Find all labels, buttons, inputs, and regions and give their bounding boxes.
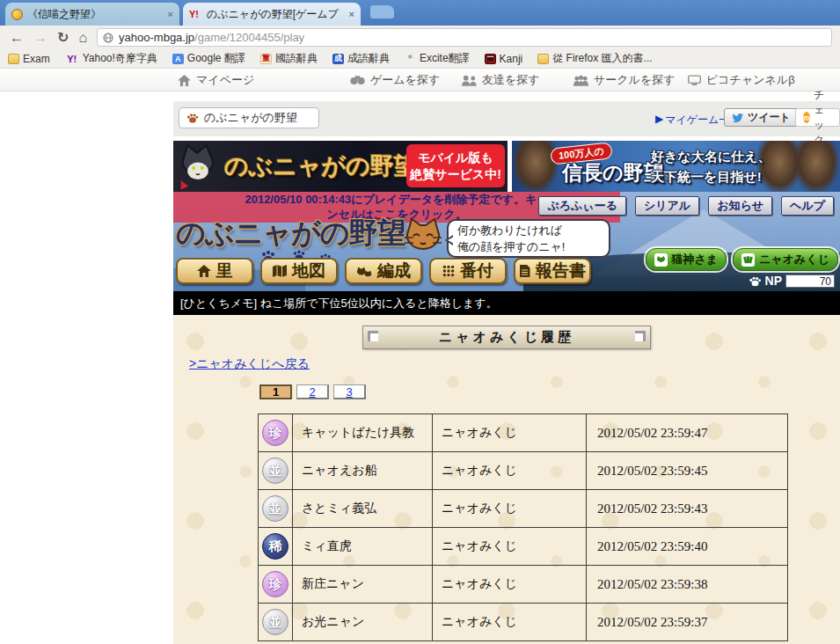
nav-find-games[interactable]: ゲームを探す (350, 72, 440, 88)
game-title-box[interactable]: のぶニャがの野望 (179, 107, 319, 128)
profile-button[interactable]: ぷろふぃーる (538, 196, 626, 216)
rarity-badge: 並 (262, 609, 289, 635)
name-cell: ニャオえお船 (293, 452, 433, 490)
game-header-bar: のぶニャがの野望 ▶ マイゲーム一覧 ツイート m チェック (173, 101, 840, 136)
speech-line: 俺の顔を押すのニャ! (457, 238, 609, 256)
map-button[interactable]: 地図 (260, 258, 338, 284)
mixi-icon: m (803, 112, 810, 123)
portal-nav: マイページ ゲームを探す 友達を探す サークルを探す ピコチャンネルβ (0, 69, 840, 91)
type-cell: ニャオみくじ (433, 604, 587, 641)
group-icon (573, 75, 588, 86)
rarity-badge: 珍 (262, 571, 289, 597)
side-button-label: 猫神さま (672, 252, 719, 267)
time-cell: 2012/05/02 23:59:47 (587, 414, 788, 452)
document-icon (519, 265, 530, 277)
name-cell: キャットばたけ具教 (293, 414, 433, 452)
table-row: 並 さとミィ義弘 ニャオみくじ 2012/05/02 23:59:43 (259, 490, 788, 528)
type-cell: ニャオみくじ (433, 414, 587, 452)
tab-title: 《信喵之野望》 (27, 7, 164, 22)
memo-text: [ひとくちメモ] ねこ場所で下位5位以内に入ると降格します。 (180, 296, 498, 311)
reload-icon[interactable]: ↻ (57, 31, 69, 45)
page-1-button[interactable]: 1 (259, 384, 292, 399)
help-button[interactable]: ヘルプ (781, 196, 834, 216)
table-row: 稀 ミィ直虎 ニャオみくじ 2012/05/02 23:59:40 (259, 528, 788, 566)
speech-line: 何か教わりたければ (457, 222, 609, 239)
nav-button-label: 里 (216, 260, 233, 282)
bookmark-firefox-import[interactable]: 從 Firefox 匯入的書... (537, 51, 652, 66)
samurai-face-art (514, 141, 558, 192)
cat-helper-button[interactable] (403, 216, 443, 257)
rarity-cell: 珍 (259, 566, 293, 604)
house-icon (197, 265, 211, 277)
mikuji-history-page: ニャオみくじ履歴 >ニャオみくじへ戻る 1 2 3 珍 キャットばたけ具教 ニャ… (173, 315, 840, 644)
nekogami-button[interactable]: 猫神さま (646, 248, 727, 271)
side-button-label: ニャオみくじ (759, 252, 829, 267)
mixi-check-button[interactable]: m チェック (795, 108, 840, 127)
game-favicon (11, 9, 23, 20)
section-title: ニャオみくじ履歴 (439, 329, 574, 346)
globe-icon (103, 33, 113, 43)
bookmark-excite-translate[interactable]: *Excite翻譯 (405, 51, 470, 66)
bookmark-seigo-dict[interactable]: 成成語辭典 (332, 51, 390, 66)
serial-button[interactable]: シリアル (635, 196, 699, 216)
forward-icon[interactable]: → (33, 31, 47, 45)
type-cell: ニャオみくじ (433, 452, 587, 490)
browser-toolbar: ← → ↻ ⌂ yahoo-mbga.jp/game/12004455/play (0, 26, 840, 49)
report-button[interactable]: 報告書 (514, 258, 591, 284)
bookmark-kanji[interactable]: Kanji (485, 53, 523, 65)
nav-label: ピコチャンネルβ (706, 72, 795, 88)
translate-icon: A (172, 54, 184, 64)
banner-mobile-version[interactable]: のぶニャがの野望 モバイル版も 絶賛サービス中! (173, 141, 508, 192)
nav-find-friends[interactable]: 友達を探す (462, 72, 540, 88)
tweet-button[interactable]: ツイート (724, 108, 799, 127)
back-icon[interactable]: ← (10, 31, 24, 45)
url-path: /game/12004455/play (194, 31, 304, 44)
bookmark-kokugo-dict[interactable]: 重國語辭典 (260, 51, 318, 66)
page-3-button[interactable]: 3 (333, 384, 366, 399)
new-tab-button[interactable] (370, 5, 394, 18)
tab-close-icon[interactable]: × (168, 9, 173, 19)
formation-button[interactable]: 編成 (345, 258, 422, 284)
corner-ornament (635, 331, 646, 341)
bookmark-label: 成語辭典 (347, 51, 390, 66)
village-button[interactable]: 里 (176, 258, 253, 284)
tab-nobunyaga-no-yabou[interactable]: Y! のぶニャがの野望[ゲームプ × (183, 3, 361, 26)
excite-icon: * (405, 54, 416, 64)
name-cell: ミィ直虎 (293, 528, 433, 566)
nav-pico-channel[interactable]: ピコチャンネルβ (688, 72, 795, 88)
bookmark-exam[interactable]: Exam (8, 53, 50, 65)
kanji-app-icon (485, 54, 496, 64)
cat-god-icon (654, 253, 668, 267)
back-to-mikuji-link[interactable]: >ニャオみくじへ戻る (189, 356, 310, 372)
bookmark-google-translate[interactable]: AGoogle 翻譯 (172, 51, 245, 66)
time-cell: 2012/05/02 23:59:38 (587, 566, 788, 604)
binoculars-icon (350, 75, 365, 85)
nav-button-label: 編成 (377, 260, 411, 282)
np-value: 70 (785, 274, 835, 288)
np-label: NP (765, 274, 782, 288)
samurai-cat-icon (175, 143, 221, 192)
home-icon[interactable]: ⌂ (78, 31, 87, 45)
tab-shinmyo-no-yabou[interactable]: 《信喵之野望》 × (5, 3, 179, 26)
nav-mypage[interactable]: マイページ (178, 72, 254, 88)
game-top-area: 2012/05/10 00:14:43にプレイデータを削除予定です。キャ ンセル… (173, 192, 840, 291)
nav-find-circles[interactable]: サークルを探す (573, 72, 676, 88)
tab-close-icon[interactable]: × (349, 9, 354, 19)
nyao-mikuji-button[interactable]: ニャオみくじ (733, 248, 838, 271)
nav-label: マイページ (196, 72, 254, 88)
section-header: ニャオみくじ履歴 (362, 326, 651, 349)
address-bar[interactable]: yahoo-mbga.jp/game/12004455/play (97, 28, 832, 47)
game-nav-buttons: 里 地図 編成 番付 報告書 (176, 258, 591, 284)
banner-nobunaga-ambition[interactable]: 100万人の 信長の野望® 好きな大名に仕え、 天下統一を目指せ! (512, 141, 840, 192)
type-cell: ニャオみくじ (433, 528, 587, 566)
samurai-face-art (794, 141, 838, 192)
paw-icon (186, 112, 199, 124)
news-button[interactable]: お知らせ (708, 196, 772, 216)
url-host: yahoo-mbga.jp (119, 31, 194, 44)
ranking-button[interactable]: 番付 (429, 258, 507, 284)
bubble-line: 絶賛サービス中! (410, 166, 501, 183)
page-2-button[interactable]: 2 (296, 384, 329, 399)
bookmark-yahoo-dict[interactable]: Y!Yahoo!奇摩字典 (65, 51, 157, 66)
yahoo-icon: Y! (65, 54, 79, 64)
home-icon (178, 75, 191, 86)
